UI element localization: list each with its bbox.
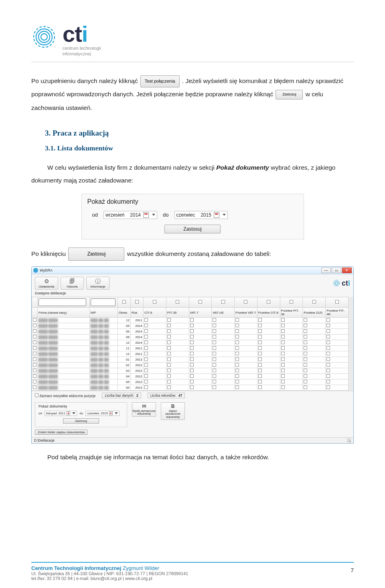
pd-apply-button[interactable]: Zastosuj [63, 418, 99, 424]
cell-checkbox[interactable] [235, 346, 239, 350]
cell-checkbox[interactable] [144, 346, 148, 350]
column-header[interactable]: CIT-8 [144, 308, 166, 318]
cell-checkbox[interactable] [235, 374, 239, 378]
column-filter-checkbox[interactable] [312, 300, 316, 304]
cell-checkbox[interactable] [213, 346, 216, 350]
cell-checkbox[interactable] [167, 335, 171, 339]
cell-checkbox[interactable] [258, 324, 262, 327]
row-checkbox[interactable] [33, 380, 36, 383]
cell-checkbox[interactable] [281, 380, 285, 383]
filter-input[interactable] [91, 298, 116, 306]
column-header[interactable] [32, 308, 38, 318]
cell-checkbox[interactable] [281, 385, 285, 389]
cell-checkbox[interactable] [258, 374, 262, 378]
cell-checkbox[interactable] [144, 369, 148, 372]
column-header[interactable]: Przelew CIT-8 [257, 308, 280, 318]
cell-checkbox[interactable] [213, 329, 216, 333]
cell-checkbox[interactable] [326, 363, 330, 367]
maximize-button[interactable]: ▭ [332, 268, 341, 273]
vertical-scrollbar[interactable] [349, 297, 353, 391]
filter-input[interactable] [38, 298, 86, 306]
cell-checkbox[interactable] [190, 369, 194, 372]
cell-checkbox[interactable] [258, 363, 262, 367]
column-filter-checkbox[interactable] [199, 300, 202, 304]
cell-checkbox[interactable] [235, 335, 239, 339]
cell-checkbox[interactable] [281, 374, 285, 378]
row-checkbox[interactable] [33, 341, 36, 344]
cell-checkbox[interactable] [144, 329, 148, 333]
table-row[interactable]: ████ ███████-██-██022012 [32, 363, 349, 368]
cell-checkbox[interactable] [258, 329, 262, 333]
cell-checkbox[interactable] [190, 329, 194, 333]
cell-checkbox[interactable] [304, 335, 307, 339]
cell-checkbox[interactable] [235, 318, 239, 322]
table-row[interactable]: ████ ███████-██-██082014 [32, 335, 349, 340]
cell-checkbox[interactable] [167, 352, 171, 355]
pd-date-to[interactable]: czerwiec 2015 [85, 411, 120, 416]
row-checkbox[interactable] [33, 385, 36, 389]
cell-checkbox[interactable] [326, 374, 330, 378]
row-checkbox[interactable] [33, 363, 36, 367]
cell-checkbox[interactable] [258, 369, 262, 372]
cell-checkbox[interactable] [326, 369, 330, 372]
cell-checkbox[interactable] [304, 341, 307, 344]
table-row[interactable]: ████ ███████-██-██042012 [32, 374, 349, 379]
cell-checkbox[interactable] [190, 385, 194, 389]
cell-checkbox[interactable] [144, 374, 148, 378]
cell-checkbox[interactable] [326, 341, 330, 344]
row-checkbox[interactable] [33, 324, 36, 327]
cell-checkbox[interactable] [326, 385, 330, 389]
cell-checkbox[interactable] [167, 318, 171, 322]
row-checkbox[interactable] [33, 369, 36, 372]
settings-button[interactable]: ⚙Ustawienia [35, 277, 58, 290]
column-header[interactable]: Przelew VAT-7 [235, 308, 257, 318]
cell-checkbox[interactable] [144, 341, 148, 344]
column-header[interactable]: Przelew ZUS [303, 308, 326, 318]
cell-checkbox[interactable] [235, 352, 239, 355]
table-row[interactable]: ████ ███████-██-██112011 [32, 346, 349, 351]
change-folder-button[interactable]: Zmień folder zapisu dokumentów [35, 430, 87, 435]
zastosuj-wide-button[interactable]: Zastosuj [68, 247, 124, 261]
column-filter-checkbox[interactable] [267, 300, 270, 304]
close-button[interactable]: ✕ [342, 268, 352, 273]
cell-checkbox[interactable] [326, 329, 330, 333]
cell-checkbox[interactable] [304, 357, 307, 361]
send-docs-button[interactable]: ✉Wyślij zaznaczone dokumenty [132, 402, 156, 417]
table-row[interactable]: ████ ███████-██-██122011 [32, 351, 349, 357]
cell-checkbox[interactable] [144, 363, 148, 367]
column-header[interactable]: Okres [118, 308, 131, 318]
cell-checkbox[interactable] [326, 346, 330, 350]
column-header[interactable]: Rok [131, 308, 144, 318]
cell-checkbox[interactable] [258, 352, 262, 355]
table-row[interactable]: ████ ███████-██-██062012 [32, 385, 349, 391]
cell-checkbox[interactable] [304, 374, 307, 378]
cell-checkbox[interactable] [326, 318, 330, 322]
cell-checkbox[interactable] [235, 341, 239, 344]
cell-checkbox[interactable] [304, 369, 307, 372]
table-row[interactable]: ████ ███████-██-██032012 [32, 368, 349, 374]
row-checkbox[interactable] [33, 352, 36, 355]
cell-checkbox[interactable] [213, 335, 216, 339]
column-filter-checkbox[interactable] [153, 300, 156, 304]
cell-checkbox[interactable] [167, 357, 171, 361]
cell-checkbox[interactable] [235, 329, 239, 333]
cell-checkbox[interactable] [167, 324, 171, 327]
cell-checkbox[interactable] [167, 329, 171, 333]
cell-checkbox[interactable] [213, 363, 216, 367]
minimize-button[interactable]: — [321, 268, 331, 273]
cell-checkbox[interactable] [190, 341, 194, 344]
zastosuj-small-button[interactable]: Zastosuj [276, 90, 303, 99]
info-button[interactable]: ⓘInformacje [86, 277, 109, 290]
cell-checkbox[interactable] [167, 363, 171, 367]
cell-checkbox[interactable] [281, 346, 285, 350]
cell-checkbox[interactable] [258, 385, 262, 389]
cell-checkbox[interactable] [144, 385, 148, 389]
cell-checkbox[interactable] [258, 335, 262, 339]
table-row[interactable]: ████ ███████-██-██062014 [32, 329, 349, 335]
column-filter-checkbox[interactable] [122, 300, 126, 304]
column-header[interactable]: VAT-7 [189, 308, 212, 318]
row-checkbox[interactable] [33, 357, 36, 361]
cell-checkbox[interactable] [190, 335, 194, 339]
history-button[interactable]: 🗐Historia [61, 277, 84, 290]
cell-checkbox[interactable] [167, 369, 171, 372]
